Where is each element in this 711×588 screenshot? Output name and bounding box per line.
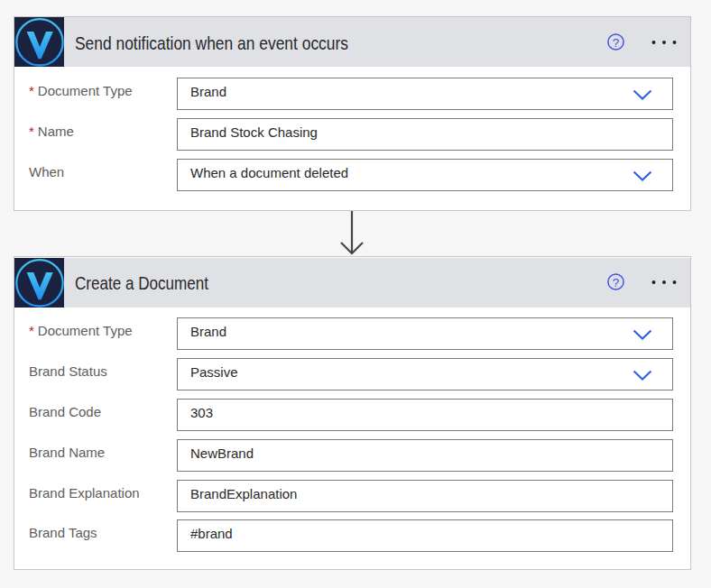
svg-text:?: ? bbox=[613, 276, 620, 289]
svg-text:?: ? bbox=[613, 36, 620, 50]
